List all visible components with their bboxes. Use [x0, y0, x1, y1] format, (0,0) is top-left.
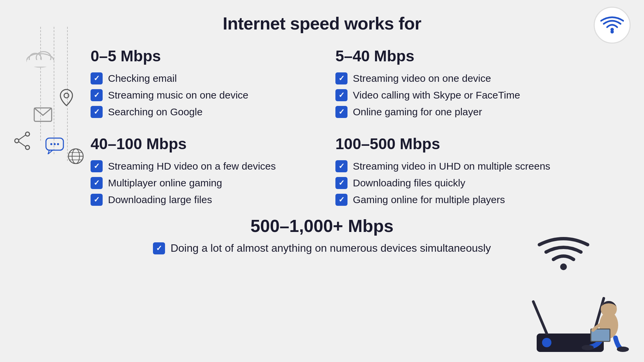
dashed-line-1 — [40, 27, 41, 141]
svg-marker-13 — [48, 150, 53, 154]
feature-text-40-100-0: Streaming HD video on a few devices — [108, 161, 276, 172]
svg-point-29 — [601, 301, 617, 317]
svg-point-14 — [50, 143, 52, 145]
feature-item-100-500-0: Streaming video in UHD on multiple scree… — [335, 160, 553, 172]
feature-list-0-5: Checking email Streaming music on one de… — [91, 72, 309, 118]
cloud-icon — [25, 47, 55, 69]
speed-title-0-5: 0–5 Mbps — [91, 47, 309, 65]
feature-item-500plus-0: Doing a lot of almost anything on numero… — [153, 242, 491, 254]
feature-list-40-100: Streaming HD video on a few devices Mult… — [91, 160, 309, 206]
page-title: Internet speed works for — [0, 0, 644, 34]
feature-text-500plus-0: Doing a lot of almost anything on numero… — [170, 242, 491, 254]
wifi-logo-circle — [594, 7, 631, 44]
svg-line-10 — [19, 135, 25, 140]
svg-line-11 — [19, 142, 25, 146]
feature-item-0-5-2: Searching on Google — [91, 106, 309, 118]
svg-point-7 — [15, 139, 19, 143]
checkbox-icon — [335, 160, 347, 172]
svg-point-15 — [54, 143, 56, 145]
feature-text-5-40-2: Online gaming for one player — [353, 106, 482, 118]
router-illustration — [510, 255, 637, 362]
checkbox-icon — [153, 242, 165, 254]
feature-text-0-5-2: Searching on Google — [108, 106, 203, 118]
feature-text-40-100-2: Downloading large files — [108, 194, 212, 205]
feature-item-40-100-0: Streaming HD video on a few devices — [91, 160, 309, 172]
svg-point-8 — [25, 132, 30, 136]
feature-list-5-40: Streaming video on one device Video call… — [335, 72, 553, 118]
feature-text-0-5-1: Streaming music on one device — [108, 89, 249, 101]
speed-title-100-500: 100–500 Mbps — [335, 135, 553, 153]
speed-section-100-500: 100–500 Mbps Streaming video in UHD on m… — [332, 128, 557, 213]
envelope-icon — [34, 107, 52, 122]
feature-item-5-40-0: Streaming video on one device — [335, 72, 553, 84]
svg-point-25 — [542, 338, 551, 347]
location-pin-icon — [60, 89, 73, 106]
speed-section-0-5: 0–5 Mbps Checking email Streaming music … — [87, 40, 312, 125]
feature-item-40-100-1: Multiplayer online gaming — [91, 177, 309, 189]
feature-list-500plus: Doing a lot of almost anything on numero… — [87, 242, 557, 254]
checkbox-icon — [91, 160, 103, 172]
checkbox-icon — [91, 72, 103, 84]
checkbox-icon — [91, 89, 103, 101]
svg-point-16 — [57, 143, 59, 145]
checkbox-icon — [335, 177, 347, 189]
svg-line-26 — [533, 302, 547, 334]
speed-title-5-40: 5–40 Mbps — [335, 47, 553, 65]
checkbox-icon — [91, 106, 103, 118]
feature-item-100-500-1: Downloading files quickly — [335, 177, 553, 189]
feature-item-40-100-2: Downloading large files — [91, 194, 309, 206]
checkbox-icon — [91, 177, 103, 189]
feature-text-40-100-1: Multiplayer online gaming — [108, 177, 222, 189]
svg-point-9 — [25, 145, 30, 149]
chat-icon — [45, 137, 64, 154]
checkbox-icon — [335, 194, 347, 206]
feature-text-0-5-0: Checking email — [108, 73, 177, 84]
svg-rect-4 — [27, 60, 54, 67]
checkbox-icon — [91, 194, 103, 206]
speed-title-40-100: 40–100 Mbps — [91, 135, 309, 153]
speed-section-40-100: 40–100 Mbps Streaming HD video on a few … — [87, 128, 312, 213]
svg-point-5 — [64, 93, 69, 98]
share-icon — [13, 131, 30, 151]
decorative-left-panel — [0, 27, 84, 168]
globe-icon — [67, 147, 85, 165]
checkbox-icon — [335, 72, 347, 84]
feature-text-100-500-0: Streaming video in UHD on multiple scree… — [353, 161, 550, 172]
checkbox-icon — [335, 89, 347, 101]
speed-title-500plus: 500–1,000+ Mbps — [87, 216, 557, 236]
svg-point-31 — [617, 347, 629, 352]
feature-text-5-40-0: Streaming video on one device — [353, 73, 491, 84]
speed-section-5-40: 5–40 Mbps Streaming video on one device … — [332, 40, 557, 125]
feature-item-100-500-2: Gaming online for multiple players — [335, 194, 553, 206]
feature-item-0-5-0: Checking email — [91, 72, 309, 84]
feature-text-100-500-2: Gaming online for multiple players — [353, 194, 505, 205]
feature-item-5-40-2: Online gaming for one player — [335, 106, 553, 118]
feature-text-100-500-1: Downloading files quickly — [353, 177, 465, 189]
feature-list-100-500: Streaming video in UHD on multiple scree… — [335, 160, 553, 206]
checkbox-icon — [335, 106, 347, 118]
dashed-line-2 — [54, 27, 54, 154]
feature-item-5-40-1: Video calling with Skype or FaceTime — [335, 89, 553, 101]
feature-item-0-5-1: Streaming music on one device — [91, 89, 309, 101]
wifi-logo-icon — [600, 15, 624, 35]
svg-point-30 — [582, 345, 594, 350]
speed-sections-grid: 0–5 Mbps Checking email Streaming music … — [87, 40, 557, 213]
svg-point-0 — [610, 30, 614, 34]
feature-text-5-40-1: Video calling with Skype or FaceTime — [353, 89, 520, 101]
